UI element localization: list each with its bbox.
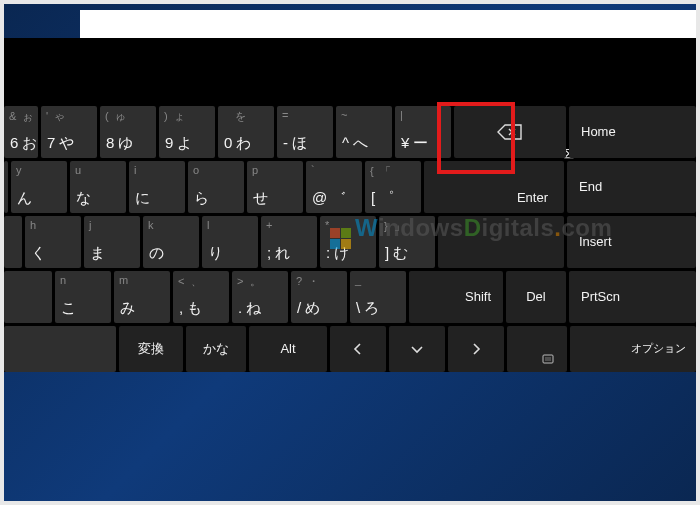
key-henkan[interactable]: 変換 (119, 326, 183, 372)
key-6[interactable]: & ぉ 6お (4, 106, 38, 158)
key-sup: _ (355, 274, 361, 286)
key-h[interactable]: hく (25, 216, 81, 268)
key-alt[interactable]: Alt (249, 326, 327, 372)
key-main: 6 (10, 134, 18, 151)
key-kana: ゆ (118, 134, 133, 153)
key-kana: む (393, 244, 408, 263)
key-bracket-close[interactable]: } 」]む (379, 216, 435, 268)
key-main: 7 (47, 134, 55, 151)
key-enter-bottom[interactable] (438, 216, 564, 268)
key-arrow-right[interactable] (448, 326, 504, 372)
key-end[interactable]: End (567, 161, 696, 213)
key-option[interactable]: オプション (570, 326, 696, 372)
key-insert[interactable]: Insert (567, 216, 696, 268)
key-u[interactable]: uな (70, 161, 126, 213)
key-8[interactable]: ( ゅ 8ゆ (100, 106, 156, 158)
svg-rect-1 (545, 357, 551, 361)
key-sup: o (193, 164, 199, 176)
key-sup: u (75, 164, 81, 176)
key-sup: i (134, 164, 136, 176)
key-sup: ? ・ (296, 274, 319, 289)
key-label: Del (526, 289, 546, 304)
key-j[interactable]: jま (84, 216, 140, 268)
key-sup: ` (311, 164, 315, 176)
key-row-2: yん uな iに oら pせ `@゛ { 「[゜ Enter End (4, 161, 696, 213)
key-comma[interactable]: < 、,も (173, 271, 229, 323)
key-del[interactable]: Del (506, 271, 566, 323)
key-row-1: & ぉ 6お ' ゃ 7や ( ゅ 8ゆ ) ょ 9よ を 0わ = (4, 106, 696, 158)
key-sup: ~ (341, 109, 347, 121)
key-sup: p (252, 164, 258, 176)
key-label: Alt (280, 341, 295, 356)
key-sup: を (223, 109, 246, 124)
key-p[interactable]: pせ (247, 161, 303, 213)
key-prtscn[interactable]: PrtScn (569, 271, 696, 323)
key-label: Insert (579, 234, 612, 249)
key-arrow-down[interactable] (389, 326, 445, 372)
key-label: PrtScn (581, 289, 620, 304)
window-titlebar (80, 10, 696, 38)
key-slice[interactable] (4, 161, 8, 213)
on-screen-keyboard: ⊠ & ぉ 6お ' ゃ 7や ( ゅ 8ゆ ) ょ 9よ を 0わ (4, 38, 696, 372)
key-sup: & ぉ (9, 109, 33, 124)
key-caret[interactable]: ~ ^へ (336, 106, 392, 158)
key-label: End (579, 179, 602, 194)
key-kana: に (135, 189, 150, 208)
key-semicolon[interactable]: +;れ (261, 216, 317, 268)
key-home[interactable]: Home (569, 106, 696, 158)
key-label: Shift (465, 289, 491, 304)
key-n[interactable]: nこ (55, 271, 111, 323)
key-7[interactable]: ' ゃ 7や (41, 106, 97, 158)
key-main: ; (267, 244, 271, 261)
key-slice[interactable] (4, 271, 52, 323)
key-row-3: hく jま kの lり +;れ *:け } 」]む Insert (4, 216, 696, 268)
key-label: Enter (517, 190, 548, 205)
key-label: Home (581, 124, 616, 139)
key-sup: h (30, 219, 36, 231)
key-main: [ (371, 189, 375, 206)
key-slash[interactable]: ? ・/め (291, 271, 347, 323)
key-bracket-open[interactable]: { 「[゜ (365, 161, 421, 213)
key-kana: ー (413, 134, 428, 153)
key-kana: な (76, 189, 91, 208)
key-main: - (283, 134, 288, 151)
key-enter-top[interactable]: Enter (424, 161, 564, 213)
key-arrow-left[interactable] (330, 326, 386, 372)
key-kana: ゜ (379, 189, 394, 208)
key-yen[interactable]: | ¥ー (395, 106, 451, 158)
key-colon[interactable]: *:け (320, 216, 376, 268)
key-kana: く (31, 244, 46, 263)
chevron-down-icon (410, 342, 424, 356)
key-o[interactable]: oら (188, 161, 244, 213)
settings-icon (541, 352, 555, 366)
key-backspace[interactable] (454, 106, 566, 158)
key-kana: よ (177, 134, 192, 153)
key-blank[interactable] (507, 326, 567, 372)
key-9[interactable]: ) ょ 9よ (159, 106, 215, 158)
key-space-slice[interactable] (4, 326, 116, 372)
key-k[interactable]: kの (143, 216, 199, 268)
key-label: オプション (631, 341, 686, 356)
key-kana: ほ (292, 134, 307, 153)
key-l[interactable]: lり (202, 216, 258, 268)
key-sup: = (282, 109, 288, 121)
chevron-right-icon (469, 342, 483, 356)
key-kana: り (208, 244, 223, 263)
key-i[interactable]: iに (129, 161, 185, 213)
key-at[interactable]: `@゛ (306, 161, 362, 213)
key-period[interactable]: > 。.ね (232, 271, 288, 323)
key-main: ^ (342, 134, 349, 151)
key-kana[interactable]: かな (186, 326, 246, 372)
key-minus[interactable]: = -ほ (277, 106, 333, 158)
key-main: ] (385, 244, 389, 261)
key-kana: お (22, 134, 37, 153)
key-0[interactable]: を 0わ (218, 106, 274, 158)
key-shift[interactable]: Shift (409, 271, 503, 323)
key-kana: み (120, 299, 135, 318)
key-y[interactable]: yん (11, 161, 67, 213)
key-m[interactable]: mみ (114, 271, 170, 323)
key-sup: + (266, 219, 272, 231)
key-slice[interactable] (4, 216, 22, 268)
chevron-left-icon (351, 342, 365, 356)
key-backslash[interactable]: _\ろ (350, 271, 406, 323)
